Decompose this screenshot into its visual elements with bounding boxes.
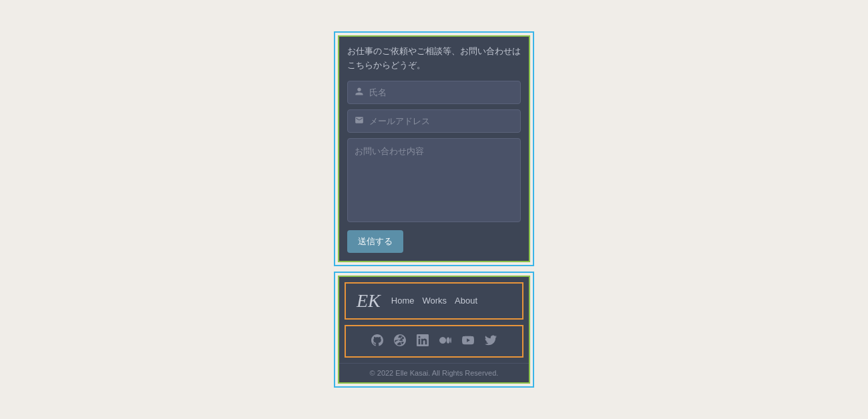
person-icon — [355, 87, 364, 98]
nav-home[interactable]: Home — [391, 296, 415, 306]
copyright-bar: © 2022 Elle Kasai. All Rights Reserved. — [339, 363, 529, 382]
contact-section-outer: お仕事のご依頼やご相談等、お問い合わせはこちらからどうぞ。 — [334, 31, 534, 266]
submit-button[interactable]: 送信する — [347, 230, 403, 253]
twitter-icon[interactable] — [485, 334, 497, 348]
name-field-wrapper — [347, 81, 521, 104]
email-field-wrapper — [347, 109, 521, 133]
github-icon[interactable] — [371, 334, 383, 348]
social-icons-outer — [345, 325, 523, 358]
dribbble-icon[interactable] — [394, 334, 406, 348]
footer-section-outer: EK Home Works About — [334, 272, 534, 388]
page-wrapper: お仕事のご依頼やご相談等、お問い合わせはこちらからどうぞ。 — [334, 31, 534, 388]
nav-works[interactable]: Works — [422, 296, 447, 306]
footer-nav-outer: EK Home Works About — [345, 282, 523, 320]
social-icons-container — [346, 326, 522, 356]
nav-about[interactable]: About — [455, 296, 477, 306]
name-input[interactable] — [369, 87, 513, 97]
message-field-wrapper — [347, 138, 521, 222]
linkedin-icon[interactable] — [417, 334, 429, 348]
footer-logo: EK — [357, 292, 381, 310]
footer-nav: EK Home Works About — [346, 284, 522, 318]
contact-description: お仕事のご依頼やご相談等、お問い合わせはこちらからどうぞ。 — [347, 45, 521, 73]
envelope-icon — [355, 115, 364, 127]
footer-nav-links: Home Works About — [391, 296, 477, 306]
copyright-text: © 2022 Elle Kasai. All Rights Reserved. — [370, 369, 499, 377]
email-input[interactable] — [369, 116, 513, 126]
youtube-icon[interactable] — [462, 334, 474, 348]
medium-icon[interactable] — [439, 334, 451, 348]
footer-section-inner: EK Home Works About — [338, 276, 530, 384]
contact-section-inner: お仕事のご依頼やご相談等、お問い合わせはこちらからどうぞ。 — [338, 35, 530, 262]
message-textarea[interactable] — [355, 145, 513, 212]
